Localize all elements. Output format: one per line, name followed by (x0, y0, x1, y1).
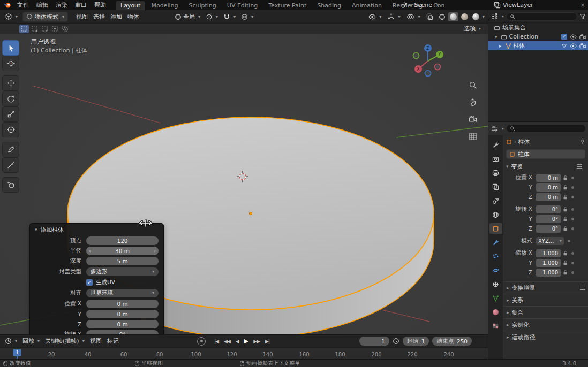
outliner-editor-icon[interactable] (491, 13, 498, 20)
rot-x-field[interactable]: 0° (536, 205, 561, 213)
playback-menu[interactable]: 回放▾ (20, 336, 42, 346)
menu-window[interactable]: 窗口 (71, 0, 91, 10)
tool-annotate[interactable] (3, 142, 19, 157)
options-dropdown[interactable]: 选项 ▾ (461, 24, 484, 34)
animate-dot[interactable] (571, 186, 574, 189)
properties-search-input[interactable] (506, 124, 586, 133)
loc-y-field[interactable]: 0 m (536, 184, 561, 192)
next-keyframe-button[interactable]: ▶▶ (251, 338, 262, 345)
menu-add[interactable]: 添加 (108, 12, 125, 22)
rot-y-field[interactable]: 0° (536, 215, 561, 223)
location-y-field[interactable]: 0 m (86, 310, 159, 318)
pivot-point-dropdown[interactable]: ▾ (203, 12, 221, 22)
timeline-ruler[interactable]: 1 20 40 60 80 100 120 140 160 180 200 22… (0, 347, 488, 359)
shading-wireframe-button[interactable] (437, 12, 447, 21)
select-mode-extend[interactable] (29, 25, 39, 33)
rotation-x-field[interactable]: 0° (86, 330, 159, 335)
show-gizmo-dropdown[interactable]: ▾ (385, 12, 403, 22)
workspace-tab-animation[interactable]: Animation (347, 1, 387, 10)
select-mode-invert[interactable] (50, 25, 59, 33)
playhead-badge[interactable]: 1 (13, 349, 21, 356)
jump-to-start-button[interactable]: |◀ (212, 338, 221, 345)
animate-dot[interactable] (571, 196, 574, 198)
gizmo-z-neg[interactable] (425, 71, 431, 77)
pin-icon[interactable] (580, 139, 585, 144)
collection-checkbox[interactable]: ✓ (561, 34, 567, 40)
tool-measure[interactable] (3, 158, 19, 172)
marker-menu[interactable]: 标记 (104, 336, 122, 346)
workspace-tab-modeling[interactable]: Modeling (146, 1, 183, 10)
cylinder-expand-caret[interactable]: ▸ (499, 43, 502, 49)
scale-x-field[interactable]: 1.000 (536, 249, 561, 257)
menu-view[interactable]: 视图 (73, 12, 91, 22)
tool-cursor[interactable] (3, 56, 19, 71)
location-x-field[interactable]: 0 m (86, 300, 159, 308)
menu-help[interactable]: 帮助 (91, 0, 110, 10)
toggle-xray-button[interactable] (424, 12, 436, 22)
collection-expand-caret[interactable]: ▾ (495, 34, 497, 40)
animate-dot[interactable] (571, 177, 574, 179)
lock-icon[interactable] (563, 216, 568, 222)
tool-add-primitive[interactable] (3, 178, 19, 192)
workspace-tab-layout[interactable]: Layout (116, 1, 145, 10)
current-frame-field[interactable]: 1 (359, 337, 389, 346)
prev-keyframe-button[interactable]: ◀◀ (222, 338, 232, 345)
snap-toggle[interactable]: ▾ (221, 12, 238, 22)
animate-dot[interactable] (571, 252, 574, 255)
increment-arrow-icon[interactable]: › (154, 247, 156, 255)
menu-file[interactable]: 文件 (13, 0, 33, 10)
shading-rendered-button[interactable] (471, 12, 481, 21)
workspace-tab-uv-editing[interactable]: UV Editing (222, 1, 262, 10)
menu-object[interactable]: 物体 (125, 12, 142, 22)
zoom-icon[interactable] (467, 79, 479, 91)
tab-modifiers[interactable] (489, 237, 502, 248)
lock-icon[interactable] (563, 250, 568, 256)
animate-dot[interactable] (568, 240, 570, 242)
tab-view-layer[interactable] (489, 181, 502, 192)
menu-render[interactable]: 渲染 (52, 0, 71, 10)
hide-eye-icon[interactable] (570, 34, 577, 40)
frame-start-field[interactable]: 起始 1 (403, 337, 429, 346)
scale-z-field[interactable]: 1.000 (536, 269, 561, 277)
blender-logo-icon[interactable] (3, 2, 11, 9)
panel-instancing[interactable]: ▸ 实例化 (503, 318, 588, 331)
select-mode-new[interactable] (19, 25, 29, 33)
outliner-search-input[interactable] (506, 12, 577, 21)
select-mode-subtract[interactable] (40, 25, 49, 33)
tool-move[interactable] (3, 76, 19, 90)
location-z-field[interactable]: 0 m (86, 320, 159, 328)
navigation-gizmo[interactable]: Z Y X (408, 41, 448, 80)
lock-icon[interactable] (563, 194, 568, 200)
filter-funnel-icon[interactable] (579, 13, 586, 20)
hide-eye-icon[interactable] (570, 43, 577, 49)
cap-fill-dropdown[interactable]: 多边形 ▾ (86, 267, 159, 276)
shading-solid-button[interactable] (448, 12, 458, 21)
scene-selector[interactable]: ▾ Scene × (401, 0, 441, 10)
panel-delta-transform[interactable]: ▸ 变换增量 (503, 281, 588, 294)
select-mode-intersect[interactable] (60, 25, 70, 33)
panel-collections[interactable]: ▸ 集合 (503, 306, 588, 318)
tab-render[interactable] (489, 154, 502, 164)
animate-dot[interactable] (571, 262, 574, 264)
mode-dropdown[interactable]: 物体模式 ▾ (22, 12, 68, 22)
scene-name[interactable]: Scene (414, 2, 433, 9)
pan-hand-icon[interactable] (467, 96, 479, 108)
tool-transform[interactable] (3, 123, 19, 137)
tab-scene[interactable] (489, 195, 502, 206)
panel-menu-icon[interactable] (580, 286, 585, 290)
menu-select[interactable]: 选择 (91, 12, 108, 22)
editor-type-button[interactable]: ▾ (2, 12, 20, 22)
shading-dropdown-caret[interactable]: ▾ (482, 14, 485, 19)
animate-dot[interactable] (571, 227, 574, 230)
scene-browse-caret[interactable]: ▾ (410, 3, 412, 8)
rotation-mode-dropdown[interactable]: XYZ... ▾ (536, 237, 564, 245)
timeline-editor-button[interactable]: ▾ (2, 336, 20, 346)
shading-material-button[interactable] (459, 12, 470, 21)
lock-icon[interactable] (563, 226, 568, 232)
frame-end-field[interactable]: 结束点 250 (432, 337, 472, 346)
ortho-grid-icon[interactable] (467, 131, 479, 142)
tool-select-box[interactable] (3, 41, 19, 55)
lock-icon[interactable] (563, 175, 568, 181)
breadcrumb-object-name[interactable]: 柱体 (518, 138, 530, 146)
viewlayer-unlink-icon[interactable]: × (579, 2, 586, 8)
